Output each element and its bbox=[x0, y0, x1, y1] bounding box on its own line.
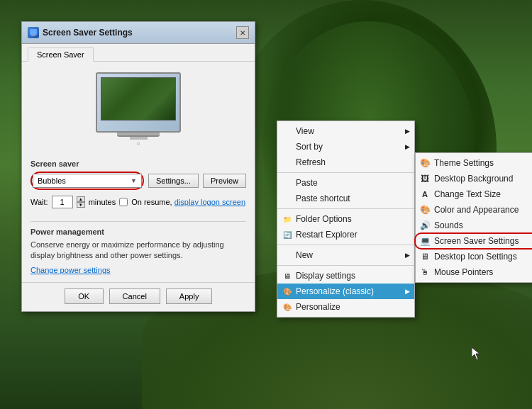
dialog-footer: OK Cancel Apply bbox=[22, 282, 255, 311]
sounds-icon: 🔊 bbox=[419, 220, 431, 230]
submenu-mouse-pointers[interactable]: 🖱 Mouse Pointers bbox=[416, 264, 532, 280]
context-paste-shortcut[interactable]: Paste shortcut bbox=[277, 191, 414, 206]
context-sort-by[interactable]: Sort by bbox=[277, 139, 414, 155]
desktop: Screen Saver Settings ✕ Screen Saver bbox=[0, 0, 532, 409]
dialog-icon bbox=[28, 27, 39, 38]
svg-rect-0 bbox=[30, 29, 37, 35]
title-left: Screen Saver Settings bbox=[28, 27, 133, 38]
submenu-screen-saver[interactable]: 💻 Screen Saver Settings bbox=[416, 233, 532, 249]
power-section: Power management Conserve energy or maxi… bbox=[31, 221, 246, 275]
monitor-dot: ○ bbox=[96, 140, 181, 147]
wait-row: Wait: ▲ ▼ minutes On resume, display log… bbox=[31, 196, 246, 208]
theme-icon: 🎨 bbox=[419, 158, 431, 168]
screen-content bbox=[101, 78, 175, 120]
personalize-classic-icon: 🎨 bbox=[282, 286, 293, 297]
resume-text: On resume, display logon screen bbox=[131, 198, 245, 206]
context-restart-explorer[interactable]: 🔄 Restart Explorer bbox=[277, 227, 414, 242]
screen-saver-sub-icon: 💻 bbox=[419, 236, 431, 246]
mouse-icon: 🖱 bbox=[419, 267, 431, 277]
monitor-stand bbox=[130, 137, 148, 140]
dialog-titlebar: Screen Saver Settings ✕ bbox=[22, 22, 255, 44]
submenu-theme-settings[interactable]: 🎨 Theme Settings bbox=[416, 155, 532, 171]
context-refresh[interactable]: Refresh bbox=[277, 155, 414, 170]
context-display-settings[interactable]: 🖥 Display settings bbox=[277, 268, 414, 284]
dropdown-arrow-icon: ▼ bbox=[131, 177, 137, 184]
submenu-text-size[interactable]: A Change Text Size bbox=[416, 186, 532, 202]
resume-checkbox[interactable] bbox=[119, 198, 128, 206]
apply-button[interactable]: Apply bbox=[166, 288, 213, 304]
submenu-desktop-icon[interactable]: 🖥 Desktop Icon Settings bbox=[416, 249, 532, 264]
minutes-label: minutes bbox=[89, 198, 116, 206]
context-menu: View Sort by Refresh Paste Paste shortcu… bbox=[277, 121, 415, 318]
desktop-icon-icon: 🖥 bbox=[419, 252, 431, 262]
dialog-title: Screen Saver Settings bbox=[43, 28, 133, 38]
ok-button[interactable]: OK bbox=[65, 288, 104, 304]
power-link[interactable]: Change power settings bbox=[31, 266, 111, 274]
screen-saver-dialog: Screen Saver Settings ✕ Screen Saver bbox=[21, 21, 255, 312]
power-description: Conserve energy or maximize performance … bbox=[31, 240, 246, 262]
context-paste[interactable]: Paste bbox=[277, 175, 414, 191]
wait-input[interactable] bbox=[52, 196, 73, 208]
folder-icon: 📁 bbox=[282, 213, 293, 225]
power-title: Power management bbox=[31, 228, 246, 236]
context-folder-options[interactable]: 📁 Folder Options bbox=[277, 211, 414, 227]
cancel-button[interactable]: Cancel bbox=[109, 288, 160, 304]
spinner-up[interactable]: ▲ bbox=[77, 196, 85, 202]
wait-spinner: ▲ ▼ bbox=[77, 196, 85, 208]
spinner-down[interactable]: ▼ bbox=[77, 202, 85, 208]
screensaver-dropdown[interactable]: Bubbles ▼ bbox=[33, 174, 142, 188]
submenu-color-appearance[interactable]: 🎨 Color and Appearance bbox=[416, 202, 532, 218]
settings-button[interactable]: Settings... bbox=[148, 174, 199, 188]
dropdown-value: Bubbles bbox=[38, 177, 66, 185]
submenu-sounds[interactable]: 🔊 Sounds bbox=[416, 218, 532, 233]
submenu: 🎨 Theme Settings 🖼 Desktop Background A … bbox=[415, 152, 532, 283]
divider-2 bbox=[277, 208, 414, 209]
preview-button[interactable]: Preview bbox=[203, 174, 246, 188]
divider-4 bbox=[277, 265, 414, 266]
desktop-bg-icon: 🖼 bbox=[419, 174, 431, 184]
screensaver-label: Screen saver bbox=[31, 159, 246, 168]
tab-screen-saver[interactable]: Screen Saver bbox=[28, 47, 94, 62]
personalize-icon: 🎨 bbox=[282, 301, 293, 313]
text-size-icon: A bbox=[419, 189, 431, 199]
preview-area: ○ bbox=[31, 69, 246, 151]
restart-icon: 🔄 bbox=[282, 229, 293, 240]
divider-1 bbox=[277, 172, 414, 173]
display-icon: 🖥 bbox=[282, 270, 293, 281]
context-personalize[interactable]: 🎨 Personalize bbox=[277, 299, 414, 315]
window-controls: ✕ bbox=[236, 26, 249, 39]
dropdown-highlight-circle: Bubbles ▼ bbox=[31, 172, 144, 190]
dialog-body: ○ Screen saver Bubbles ▼ Settings... Pre… bbox=[22, 62, 255, 282]
svg-rect-1 bbox=[31, 35, 35, 36]
submenu-desktop-bg[interactable]: 🖼 Desktop Background bbox=[416, 171, 532, 186]
monitor-screen bbox=[101, 77, 176, 121]
monitor-preview bbox=[96, 72, 181, 133]
context-personalize-classic[interactable]: 🎨 Personalize (classic) bbox=[277, 284, 414, 299]
divider-3 bbox=[277, 245, 414, 245]
close-button[interactable]: ✕ bbox=[236, 26, 249, 39]
context-view[interactable]: View bbox=[277, 123, 414, 139]
context-new[interactable]: New bbox=[277, 247, 414, 263]
screensaver-row: Bubbles ▼ Settings... Preview bbox=[31, 172, 246, 190]
color-icon: 🎨 bbox=[419, 205, 431, 215]
dialog-tabs: Screen Saver bbox=[22, 44, 255, 62]
wait-label: Wait: bbox=[31, 198, 48, 206]
